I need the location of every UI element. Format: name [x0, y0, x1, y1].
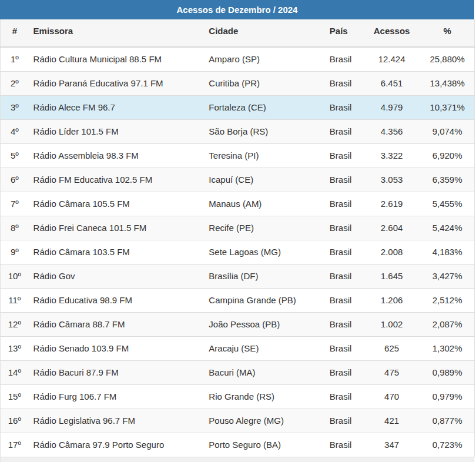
- cell-city: João Pessoa (PB): [204, 313, 325, 337]
- table-row: 10ºRádio GovBrasília (DF)Brasil1.6453,42…: [1, 265, 475, 289]
- cell-city: Brasília (DF): [204, 265, 325, 289]
- cell-rank: 4º: [1, 120, 29, 144]
- cell-country: Brasil: [325, 409, 363, 433]
- cell-percent: 1,302%: [420, 337, 474, 361]
- cell-percent: 5,455%: [420, 192, 474, 216]
- cell-accesses: 2.008: [363, 240, 420, 265]
- cell-percent: 2,087%: [420, 313, 474, 337]
- report-title: Acessos de Dezembro / 2024: [0, 0, 474, 19]
- table-row: 9ºRádio Câmara 103.5 FMSete Lagoas (MG)B…: [1, 240, 475, 265]
- cell-percent: 5,424%: [420, 216, 474, 240]
- cell-rank: 3º: [1, 96, 29, 120]
- cell-accesses: 421: [363, 409, 420, 433]
- cell-percent: 0,877%: [420, 409, 474, 433]
- cell-city: Pouso Alegre (MG): [204, 409, 325, 433]
- cell-accesses: 6.451: [363, 72, 420, 96]
- cell-rank: 2º: [1, 72, 29, 96]
- cell-rank: 15º: [1, 385, 29, 409]
- next-row-sliver: [0, 457, 474, 462]
- cell-rank: 17º: [1, 433, 29, 457]
- cell-accesses: 3.322: [363, 144, 420, 168]
- cell-percent: 6,359%: [420, 168, 474, 192]
- cell-rank: 8º: [1, 216, 29, 240]
- cell-percent: 13,438%: [420, 72, 474, 96]
- cell-accesses: 4.356: [363, 120, 420, 144]
- table-row: 15ºRádio Furg 106.7 FMRio Grande (RS)Bra…: [1, 385, 475, 409]
- cell-percent: 6,920%: [420, 144, 474, 168]
- cell-rank: 12º: [1, 313, 29, 337]
- table-row: 14ºRádio Bacuri 87.9 FMBacuri (MA)Brasil…: [1, 361, 475, 385]
- table-row: 3ºRádio Alece FM 96.7Fortaleza (CE)Brasi…: [1, 96, 475, 120]
- table-row: 6ºRádio FM Educativa 102.5 FMIcapuí (CE)…: [1, 168, 475, 192]
- cell-station: Rádio Senado 103.9 FM: [29, 337, 205, 361]
- cell-country: Brasil: [325, 120, 363, 144]
- column-header-accesses: Acessos: [363, 19, 420, 47]
- table-row: 8ºRádio Frei Caneca 101.5 FMRecife (PE)B…: [1, 216, 475, 240]
- cell-rank: 9º: [1, 240, 29, 265]
- cell-country: Brasil: [325, 433, 363, 457]
- header-row: # Emissora Cidade País Acessos %: [1, 19, 475, 47]
- cell-station: Rádio Furg 106.7 FM: [29, 385, 205, 409]
- table-header: # Emissora Cidade País Acessos %: [1, 19, 475, 47]
- cell-city: Icapuí (CE): [204, 168, 325, 192]
- cell-station: Rádio Assembleia 98.3 FM: [29, 144, 205, 168]
- column-header-country: País: [325, 19, 363, 47]
- cell-accesses: 12.424: [363, 47, 420, 72]
- cell-station: Rádio Paraná Educativa 97.1 FM: [29, 72, 205, 96]
- cell-city: Recife (PE): [204, 216, 325, 240]
- cell-percent: 0,979%: [420, 385, 474, 409]
- cell-city: Curitiba (PR): [204, 72, 325, 96]
- table-row: 13ºRádio Senado 103.9 FMAracaju (SE)Bras…: [1, 337, 475, 361]
- table-row: 16ºRádio Legislativa 96.7 FMPouso Alegre…: [1, 409, 475, 433]
- cell-rank: 14º: [1, 361, 29, 385]
- cell-percent: 9,074%: [420, 120, 474, 144]
- cell-station: Rádio Alece FM 96.7: [29, 96, 205, 120]
- cell-accesses: 475: [363, 361, 420, 385]
- cell-percent: 25,880%: [420, 47, 474, 72]
- cell-country: Brasil: [325, 385, 363, 409]
- cell-station: Rádio Câmara 97.9 Porto Seguro: [29, 433, 205, 457]
- cell-rank: 10º: [1, 265, 29, 289]
- cell-station: Rádio Educativa 98.9 FM: [29, 289, 205, 313]
- cell-accesses: 1.645: [363, 265, 420, 289]
- column-header-rank: #: [1, 19, 29, 47]
- cell-city: São Borja (RS): [204, 120, 325, 144]
- cell-city: Fortaleza (CE): [204, 96, 325, 120]
- table-row: 12ºRádio Câmara 88.7 FMJoão Pessoa (PB)B…: [1, 313, 475, 337]
- table-row: 7ºRádio Câmara 105.5 FMManaus (AM)Brasil…: [1, 192, 475, 216]
- cell-city: Amparo (SP): [204, 47, 325, 72]
- cell-country: Brasil: [325, 313, 363, 337]
- cell-percent: 4,183%: [420, 240, 474, 265]
- column-header-percent: %: [420, 19, 474, 47]
- cell-country: Brasil: [325, 216, 363, 240]
- cell-percent: 2,512%: [420, 289, 474, 313]
- cell-country: Brasil: [325, 240, 363, 265]
- cell-station: Rádio Câmara 88.7 FM: [29, 313, 205, 337]
- column-header-station: Emissora: [29, 19, 205, 47]
- cell-country: Brasil: [325, 144, 363, 168]
- cell-country: Brasil: [325, 72, 363, 96]
- cell-city: Sete Lagoas (MG): [204, 240, 325, 265]
- cell-station: Rádio Cultura Municipal 88.5 FM: [29, 47, 205, 72]
- accesses-table: # Emissora Cidade País Acessos % 1ºRádio…: [0, 19, 475, 457]
- table-body: 1ºRádio Cultura Municipal 88.5 FMAmparo …: [1, 47, 475, 457]
- cell-country: Brasil: [325, 361, 363, 385]
- cell-station: Rádio Câmara 103.5 FM: [29, 240, 205, 265]
- cell-accesses: 347: [363, 433, 420, 457]
- cell-country: Brasil: [325, 192, 363, 216]
- cell-accesses: 2.619: [363, 192, 420, 216]
- table-row: 2ºRádio Paraná Educativa 97.1 FMCuritiba…: [1, 72, 475, 96]
- cell-city: Rio Grande (RS): [204, 385, 325, 409]
- cell-accesses: 2.604: [363, 216, 420, 240]
- cell-country: Brasil: [325, 96, 363, 120]
- cell-rank: 1º: [1, 47, 29, 72]
- cell-rank: 11º: [1, 289, 29, 313]
- cell-rank: 7º: [1, 192, 29, 216]
- cell-country: Brasil: [325, 289, 363, 313]
- cell-country: Brasil: [325, 47, 363, 72]
- cell-city: Aracaju (SE): [204, 337, 325, 361]
- cell-station: Rádio Legislativa 96.7 FM: [29, 409, 205, 433]
- cell-station: Rádio Bacuri 87.9 FM: [29, 361, 205, 385]
- cell-rank: 13º: [1, 337, 29, 361]
- cell-percent: 0,723%: [420, 433, 474, 457]
